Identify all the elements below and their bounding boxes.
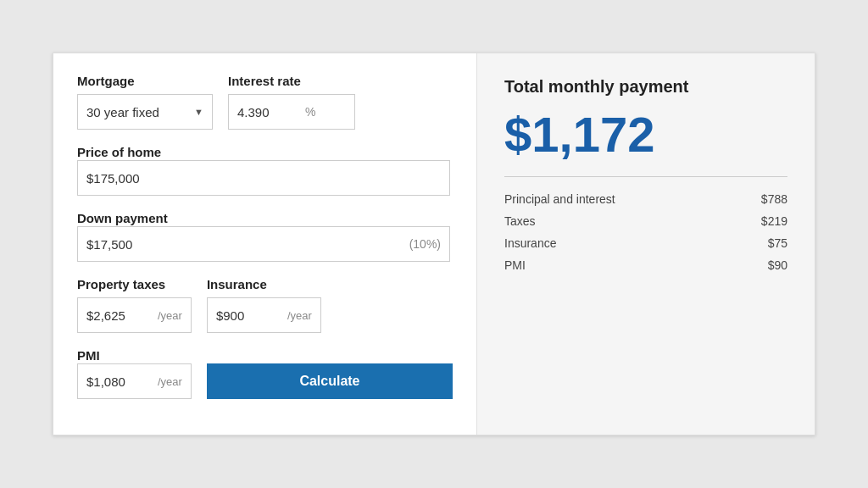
pmi-unit: /year [158, 375, 182, 388]
pmi-group: PMI /year Calculate [77, 348, 453, 399]
pmi-input[interactable] [86, 374, 154, 389]
taxes-input-wrapper: /year [77, 297, 192, 333]
pmi-row: /year Calculate [77, 363, 453, 399]
taxes-insurance-row: Property taxes /year Insurance /year [77, 277, 453, 333]
taxes-unit: /year [158, 309, 182, 322]
down-payment-input[interactable] [86, 237, 256, 252]
mortgage-dropdown[interactable]: 30 year fixed ▼ [77, 94, 213, 130]
breakdown-item-value: $219 [761, 214, 787, 228]
price-group: Price of home [77, 145, 453, 196]
breakdown-item-label: Principal and interest [504, 192, 615, 206]
insurance-label: Insurance [207, 277, 321, 291]
pmi-input-wrapper: /year [77, 363, 192, 399]
insurance-input-wrapper: /year [207, 297, 321, 333]
insurance-field: Insurance /year [207, 277, 321, 333]
breakdown-rows: Principal and interest $788 Taxes $219 I… [504, 192, 787, 272]
breakdown-item-value: $788 [761, 192, 787, 206]
mortgage-label: Mortgage [77, 74, 213, 88]
taxes-field: Property taxes /year [77, 277, 192, 333]
down-payment-group: Down payment (10%) [77, 211, 453, 262]
interest-label: Interest rate [228, 74, 355, 88]
calculator-container: Mortgage 30 year fixed ▼ Interest rate %… [53, 53, 815, 435]
total-amount: $1,172 [504, 110, 787, 159]
interest-suffix: % [305, 105, 315, 119]
down-payment-label: Down payment [77, 211, 168, 225]
interest-input-wrapper: % [228, 94, 355, 130]
breakdown-item-value: $90 [768, 258, 787, 272]
mortgage-interest-row: Mortgage 30 year fixed ▼ Interest rate % [77, 74, 453, 130]
price-label: Price of home [77, 145, 161, 159]
interest-field: Interest rate % [228, 74, 355, 130]
mortgage-value: 30 year fixed [86, 105, 159, 119]
pmi-label: PMI [77, 348, 100, 363]
breakdown-row: Taxes $219 [504, 214, 787, 228]
interest-input[interactable] [237, 105, 305, 119]
price-input-wrapper [77, 160, 450, 196]
divider [504, 176, 787, 177]
taxes-label: Property taxes [77, 277, 192, 291]
mortgage-field: Mortgage 30 year fixed ▼ [77, 74, 213, 130]
right-panel: Total monthly payment $1,172 Principal a… [477, 53, 815, 435]
price-input[interactable] [86, 171, 441, 186]
down-payment-input-wrapper: (10%) [77, 226, 450, 262]
breakdown-item-label: Insurance [504, 236, 556, 250]
taxes-input[interactable] [86, 308, 154, 323]
total-monthly-label: Total monthly payment [504, 77, 787, 97]
left-panel: Mortgage 30 year fixed ▼ Interest rate %… [53, 53, 477, 435]
down-payment-pct: (10%) [409, 237, 441, 251]
breakdown-item-value: $75 [768, 236, 787, 250]
breakdown-row: Insurance $75 [504, 236, 787, 250]
breakdown-row: PMI $90 [504, 258, 787, 272]
breakdown-row: Principal and interest $788 [504, 192, 787, 206]
calculate-button[interactable]: Calculate [207, 363, 453, 399]
insurance-unit: /year [287, 309, 312, 322]
breakdown-item-label: Taxes [504, 214, 536, 228]
breakdown-item-label: PMI [504, 258, 526, 272]
insurance-input[interactable] [216, 308, 284, 323]
dropdown-arrow-icon: ▼ [194, 107, 203, 117]
